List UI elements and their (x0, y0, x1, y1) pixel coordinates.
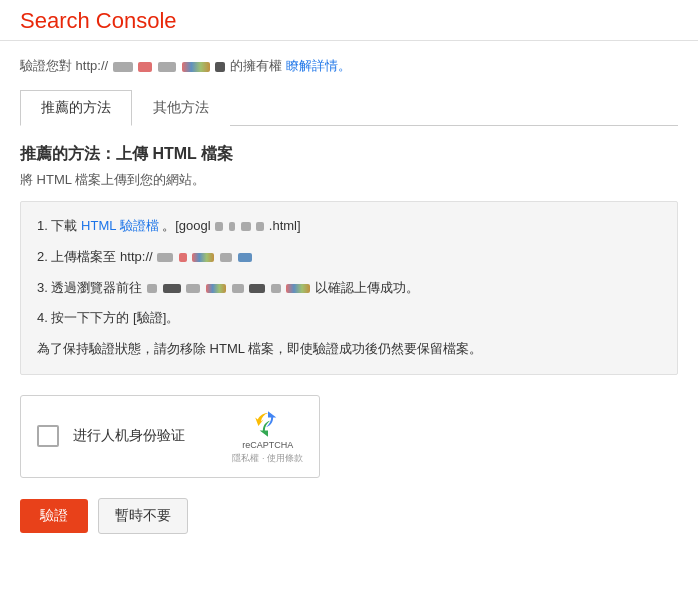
step-2-prefix: 上傳檔案至 http:// (51, 249, 152, 264)
url-blur-2 (138, 62, 152, 72)
verify-prefix: 驗證您對 http:// (20, 58, 108, 73)
captcha-brand: reCAPTCHA 隱私權 · 使用條款 (232, 440, 303, 465)
step-3: 3. 透過瀏覽器前往 以確認上傳成功。 (37, 278, 661, 299)
header: Search Console (0, 0, 698, 41)
step-1-blur-2 (229, 222, 235, 231)
step-1-prefix: 下載 (51, 218, 77, 233)
recaptcha-icon (252, 408, 284, 440)
verify-button[interactable]: 驗證 (20, 499, 88, 533)
step-3-blur-1 (147, 284, 157, 293)
steps-box: 1. 下載 HTML 驗證檔 。[googl .html] 2. 上傳檔案至 h… (20, 201, 678, 375)
captcha-checkbox[interactable] (37, 425, 59, 447)
button-row: 驗證 暫時不要 (20, 498, 678, 534)
step-4-number: 4. (37, 310, 51, 325)
tab-other[interactable]: 其他方法 (132, 90, 230, 126)
step-1: 1. 下載 HTML 驗證檔 。[googl .html] (37, 216, 661, 237)
url-blur-4 (182, 62, 210, 72)
step-1-suffix1: 。[googl (162, 218, 210, 233)
method-subtitle: 將 HTML 檔案上傳到您的網站。 (20, 171, 678, 189)
step-3-blur-7 (271, 284, 281, 293)
verify-suffix: 的擁有權 (230, 58, 282, 73)
method-title: 推薦的方法：上傳 HTML 檔案 (20, 144, 678, 165)
step-3-prefix: 透過瀏覽器前往 (51, 280, 142, 295)
step-2-blur-3 (192, 253, 214, 262)
step-1-blur-3 (241, 222, 251, 231)
step-2-blur-4 (220, 253, 232, 262)
tab-recommended[interactable]: 推薦的方法 (20, 90, 132, 126)
captcha-links: 隱私權 · 使用條款 (232, 452, 303, 465)
step-1-suffix2: .html] (269, 218, 301, 233)
main-content: 驗證您對 http:// 的擁有權 瞭解詳情。 推薦的方法 其他方法 推薦的方法… (0, 41, 698, 550)
url-blur-3 (158, 62, 176, 72)
step-2-number: 2. (37, 249, 51, 264)
url-blur-5 (215, 62, 225, 72)
step-3-blur-2 (163, 284, 181, 293)
step-2-blur-1 (157, 253, 173, 262)
captcha-terms-link[interactable]: 使用條款 (267, 453, 303, 463)
step-3-suffix: 以確認上傳成功。 (315, 280, 419, 295)
step-2: 2. 上傳檔案至 http:// (37, 247, 661, 268)
tabs: 推薦的方法 其他方法 (20, 89, 678, 126)
step-note: 為了保持驗證狀態，請勿移除 HTML 檔案，即使驗證成功後仍然要保留檔案。 (37, 339, 661, 360)
learn-more-link[interactable]: 瞭解詳情。 (286, 58, 351, 73)
step-1-blur-1 (215, 222, 223, 231)
step-3-blur-3 (186, 284, 200, 293)
step-note-text: 為了保持驗證狀態，請勿移除 HTML 檔案，即使驗證成功後仍然要保留檔案。 (37, 341, 482, 356)
step-3-blur-6 (249, 284, 265, 293)
step-4: 4. 按一下下方的 [驗證]。 (37, 308, 661, 329)
captcha-logo-area: reCAPTCHA 隱私權 · 使用條款 (232, 408, 303, 465)
step-2-blur-5 (238, 253, 252, 262)
step-4-text: 按一下下方的 [驗證]。 (51, 310, 179, 325)
captcha-label: 进行人机身份验证 (73, 427, 222, 445)
url-blur-1 (113, 62, 133, 72)
step-3-number: 3. (37, 280, 51, 295)
captcha-privacy-link[interactable]: 隱私權 (232, 453, 259, 463)
skip-button[interactable]: 暫時不要 (98, 498, 188, 534)
step-3-blur-4 (206, 284, 226, 293)
app-title: Search Console (20, 8, 177, 33)
step-1-number: 1. (37, 218, 51, 233)
step-1-link[interactable]: HTML 驗證檔 (81, 218, 159, 233)
step-3-blur-5 (232, 284, 244, 293)
step-1-blur-4 (256, 222, 264, 231)
step-2-blur-2 (179, 253, 187, 262)
step-3-blur-8 (286, 284, 310, 293)
verify-line: 驗證您對 http:// 的擁有權 瞭解詳情。 (20, 57, 678, 75)
captcha-box[interactable]: 进行人机身份验证 reCAPTCHA 隱私權 · 使用條款 (20, 395, 320, 478)
